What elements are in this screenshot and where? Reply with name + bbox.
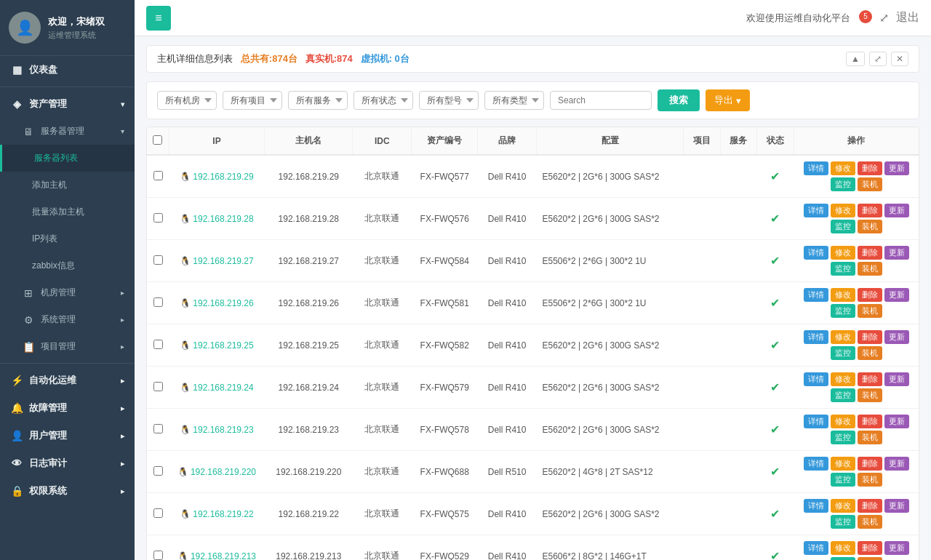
monitor-button[interactable]: 监控 — [831, 431, 855, 444]
delete-button[interactable]: 删除 — [858, 330, 882, 344]
search-button[interactable]: 搜索 — [658, 89, 700, 111]
model-filter[interactable]: 所有型号 — [419, 91, 479, 110]
row-checkbox[interactable] — [153, 382, 163, 391]
deploy-button[interactable]: 装机 — [858, 431, 882, 444]
edit-button[interactable]: 修改 — [831, 161, 855, 175]
sidebar-item-auto-ops[interactable]: ⚡ 自动化运维 ▸ — [0, 367, 135, 394]
monitor-button[interactable]: 监控 — [831, 346, 855, 360]
row-checkbox[interactable] — [153, 340, 163, 349]
type-filter[interactable]: 所有类型 — [484, 91, 544, 110]
monitor-button[interactable]: 监控 — [831, 515, 855, 529]
detail-button[interactable]: 详情 — [804, 457, 828, 471]
edit-button[interactable]: 修改 — [831, 499, 855, 513]
update-button[interactable]: 更新 — [884, 415, 909, 428]
sidebar-item-zabbix[interactable]: zabbix信息 — [0, 252, 135, 279]
notification-badge[interactable]: 5 — [859, 10, 872, 23]
deploy-button[interactable]: 装机 — [858, 304, 882, 318]
update-button[interactable]: 更新 — [884, 499, 909, 513]
delete-button[interactable]: 删除 — [858, 288, 882, 302]
detail-button[interactable]: 详情 — [804, 204, 828, 217]
expand-button[interactable]: ⤢ — [879, 11, 889, 25]
ip-link[interactable]: 192.168.219.29 — [193, 172, 253, 182]
detail-button[interactable]: 详情 — [804, 372, 828, 386]
update-button[interactable]: 更新 — [884, 246, 909, 260]
monitor-button[interactable]: 监控 — [831, 262, 855, 276]
sidebar-item-asset-mgmt[interactable]: ◈ 资产管理 ▾ — [0, 90, 135, 118]
service-filter[interactable]: 所有服务 — [288, 91, 348, 110]
edit-button[interactable]: 修改 — [831, 541, 855, 555]
update-button[interactable]: 更新 — [884, 204, 909, 217]
status-filter[interactable]: 所有状态 — [353, 91, 413, 110]
detail-button[interactable]: 详情 — [804, 330, 828, 344]
row-checkbox[interactable] — [153, 424, 163, 433]
monitor-button[interactable]: 监控 — [831, 177, 855, 191]
deploy-button[interactable]: 装机 — [858, 557, 882, 560]
search-input[interactable] — [550, 91, 652, 110]
sidebar-item-datacenter[interactable]: ⊞ 机房管理 ▸ — [0, 279, 135, 306]
ip-link[interactable]: 192.168.219.213 — [191, 551, 256, 561]
sidebar-item-project-mgmt[interactable]: 📋 项目管理 ▸ — [0, 333, 135, 360]
expand-page-button[interactable]: ⤢ — [869, 52, 887, 66]
delete-button[interactable]: 删除 — [858, 499, 882, 513]
ip-link[interactable]: 192.168.219.28 — [193, 214, 253, 224]
sidebar-item-system-mgmt[interactable]: ⚙ 系统管理 ▸ — [0, 306, 135, 333]
update-button[interactable]: 更新 — [884, 330, 909, 344]
row-checkbox[interactable] — [153, 297, 163, 307]
update-button[interactable]: 更新 — [884, 288, 909, 302]
sidebar-item-ip-list[interactable]: IP列表 — [0, 225, 135, 252]
sidebar-item-batch-add[interactable]: 批量添加主机 — [0, 199, 135, 225]
ip-link[interactable]: 192.168.219.22 — [193, 509, 253, 519]
delete-button[interactable]: 删除 — [858, 372, 882, 386]
delete-button[interactable]: 删除 — [858, 246, 882, 260]
sidebar-item-add-host[interactable]: 添加主机 — [0, 172, 135, 199]
deploy-button[interactable]: 装机 — [858, 177, 882, 191]
sidebar-item-server-list[interactable]: 服务器列表 — [0, 145, 135, 172]
sidebar-item-fault-mgmt[interactable]: 🔔 故障管理 ▸ — [0, 394, 135, 422]
monitor-button[interactable]: 监控 — [831, 388, 855, 402]
sidebar-item-auth-system[interactable]: 🔒 权限系统 ▸ — [0, 477, 135, 505]
select-all-checkbox[interactable] — [153, 135, 162, 145]
deploy-button[interactable]: 装机 — [858, 220, 882, 233]
edit-button[interactable]: 修改 — [831, 288, 855, 302]
detail-button[interactable]: 详情 — [804, 246, 828, 260]
edit-button[interactable]: 修改 — [831, 204, 855, 217]
detail-button[interactable]: 详情 — [804, 288, 828, 302]
row-checkbox[interactable] — [153, 213, 163, 223]
row-checkbox[interactable] — [153, 171, 163, 180]
close-page-button[interactable]: ✕ — [891, 52, 908, 66]
update-button[interactable]: 更新 — [884, 161, 909, 175]
ip-link[interactable]: 192.168.219.27 — [193, 256, 253, 266]
delete-button[interactable]: 删除 — [858, 457, 882, 471]
monitor-button[interactable]: 监控 — [831, 473, 855, 487]
row-checkbox[interactable] — [153, 255, 163, 265]
update-button[interactable]: 更新 — [884, 541, 909, 555]
detail-button[interactable]: 详情 — [804, 499, 828, 513]
project-filter[interactable]: 所有项目 — [223, 91, 282, 110]
sidebar-item-dashboard[interactable]: ▦ 仪表盘 — [0, 56, 135, 84]
ip-link[interactable]: 192.168.219.24 — [193, 383, 253, 393]
edit-button[interactable]: 修改 — [831, 330, 855, 344]
row-checkbox[interactable] — [153, 508, 163, 518]
room-filter[interactable]: 所有机房 — [157, 91, 217, 110]
deploy-button[interactable]: 装机 — [858, 388, 882, 402]
edit-button[interactable]: 修改 — [831, 372, 855, 386]
edit-button[interactable]: 修改 — [831, 415, 855, 428]
update-button[interactable]: 更新 — [884, 457, 909, 471]
detail-button[interactable]: 详情 — [804, 161, 828, 175]
ip-link[interactable]: 192.168.219.23 — [193, 425, 253, 435]
menu-toggle-button[interactable]: ≡ — [146, 6, 171, 31]
sidebar-item-log-audit[interactable]: 👁 日志审计 ▸ — [0, 449, 135, 477]
deploy-button[interactable]: 装机 — [858, 262, 882, 276]
delete-button[interactable]: 删除 — [858, 204, 882, 217]
edit-button[interactable]: 修改 — [831, 246, 855, 260]
detail-button[interactable]: 详情 — [804, 415, 828, 428]
collapse-button[interactable]: ▲ — [846, 52, 865, 66]
edit-button[interactable]: 修改 — [831, 457, 855, 471]
delete-button[interactable]: 删除 — [858, 161, 882, 175]
row-checkbox[interactable] — [153, 551, 163, 560]
deploy-button[interactable]: 装机 — [858, 346, 882, 360]
update-button[interactable]: 更新 — [884, 372, 909, 386]
detail-button[interactable]: 详情 — [804, 541, 828, 555]
row-checkbox[interactable] — [153, 466, 163, 476]
monitor-button[interactable]: 监控 — [831, 304, 855, 318]
